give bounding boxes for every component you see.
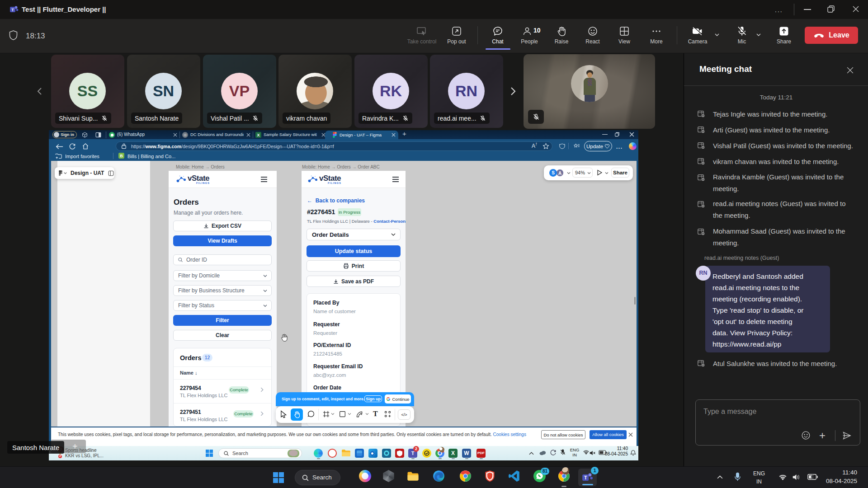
svg-text:T: T: [11, 8, 14, 12]
svg-text:T: T: [584, 475, 587, 480]
